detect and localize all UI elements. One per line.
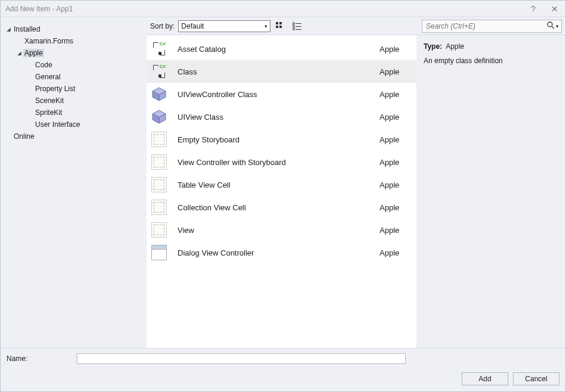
svg-rect-3 — [279, 26, 282, 28]
template-name: UIViewController Class — [178, 90, 380, 99]
class-cube-icon — [150, 85, 168, 103]
storyboard-frame-icon — [150, 221, 168, 239]
search-box[interactable]: ▾ — [422, 20, 562, 33]
template-row[interactable]: Empty StoryboardApple — [147, 128, 416, 151]
window-controls: ? ✕ — [527, 4, 561, 14]
template-row[interactable]: UIView ClassApple — [147, 105, 416, 128]
search-input[interactable] — [425, 21, 546, 31]
details-panel: Type: Apple An empty class definition — [416, 35, 565, 348]
toolbar: Sort by: Default ▾ ▾ — [147, 17, 565, 35]
add-new-item-dialog: Add New Item - App1 ? ✕ ◢InstalledXamari… — [0, 0, 566, 392]
tree-node-property-list[interactable]: Property List — [27, 83, 144, 95]
titlebar: Add New Item - App1 ? ✕ — [1, 1, 565, 17]
help-button[interactable]: ? — [527, 4, 539, 14]
template-row[interactable]: Table View CellApple — [147, 173, 416, 196]
svg-point-10 — [548, 22, 552, 27]
details-type-value: Apple — [446, 42, 464, 51]
tree-node-label: SpriteKit — [34, 108, 63, 117]
tree-node-xamarin-forms[interactable]: Xamarin.Forms — [16, 35, 144, 47]
template-category: Apple — [380, 113, 409, 122]
template-row[interactable]: UIViewController ClassApple — [147, 83, 416, 105]
class-cube-icon — [150, 108, 168, 126]
template-name: UIView Class — [178, 113, 380, 122]
tree-node-label: Xamarin.Forms — [23, 37, 74, 45]
details-description: An empty class definition — [424, 57, 558, 65]
dialog-body: ◢InstalledXamarin.Forms◢AppleCodeGeneral… — [1, 17, 565, 348]
template-list: C#Asset CatalogAppleC#ClassAppleUIViewCo… — [147, 35, 416, 348]
name-input[interactable] — [77, 353, 406, 364]
template-category: Apple — [380, 67, 409, 76]
svg-rect-6 — [293, 26, 294, 27]
tree-node-online[interactable]: Online — [5, 130, 144, 142]
svg-rect-0 — [276, 22, 278, 24]
storyboard-frame-icon — [150, 130, 168, 148]
template-row[interactable]: Dialog View ControllerApple — [147, 241, 416, 264]
tree-node-label: Installed — [13, 25, 42, 33]
tree-node-code[interactable]: Code — [27, 59, 144, 71]
details-type-line: Type: Apple — [424, 42, 558, 51]
details-type-label: Type: — [424, 42, 442, 51]
search-icon[interactable] — [546, 21, 555, 31]
storyboard-frame-icon — [150, 153, 168, 171]
category-tree: ◢InstalledXamarin.Forms◢AppleCodeGeneral… — [1, 17, 147, 348]
tree-node-label: Property List — [34, 85, 76, 93]
window-title: Add New Item - App1 — [5, 5, 527, 13]
tree-node-label: User Interface — [34, 120, 81, 129]
template-row[interactable]: Collection View CellApple — [147, 196, 416, 219]
name-label: Name: — [7, 354, 72, 363]
svg-rect-4 — [293, 23, 294, 24]
svg-line-11 — [552, 26, 554, 29]
tree-node-label: Code — [34, 61, 54, 69]
tree-node-user-interface[interactable]: User Interface — [27, 119, 144, 130]
tree-node-label: SceneKit — [34, 97, 65, 105]
tree-node-apple[interactable]: ◢Apple — [16, 47, 144, 59]
sort-by-dropdown[interactable]: Default ▾ — [178, 20, 270, 32]
csharp-class-icon: C# — [150, 40, 168, 58]
tree-node-general[interactable]: General — [27, 71, 144, 83]
view-icons-button[interactable] — [274, 20, 287, 32]
template-row[interactable]: C#ClassApple — [147, 60, 416, 83]
template-category: Apple — [380, 181, 409, 189]
name-row: Name: — [7, 353, 559, 364]
add-button[interactable]: Add — [462, 372, 508, 385]
sort-by-label: Sort by: — [150, 22, 175, 30]
view-list-button[interactable] — [291, 20, 304, 32]
tree-node-spritekit[interactable]: SpriteKit — [27, 107, 144, 119]
template-category: Apple — [380, 203, 409, 212]
template-category: Apple — [380, 226, 409, 235]
tree-node-label: Online — [13, 132, 36, 141]
tree-twisty-icon[interactable]: ◢ — [7, 26, 13, 32]
svg-rect-2 — [276, 26, 278, 28]
search-chevron-down-icon[interactable]: ▾ — [556, 23, 559, 29]
button-row: Add Cancel — [7, 372, 559, 385]
tree-node-label: Apple — [23, 49, 44, 57]
template-name: Asset Catalog — [178, 45, 380, 54]
tree-node-label: General — [34, 73, 62, 81]
template-row[interactable]: ViewApple — [147, 219, 416, 241]
cancel-button[interactable]: Cancel — [513, 372, 559, 385]
tree-node-installed[interactable]: ◢Installed — [5, 23, 144, 35]
template-name: Class — [178, 67, 380, 76]
tree-node-scenekit[interactable]: SceneKit — [27, 95, 144, 107]
template-row[interactable]: View Controller with StoryboardApple — [147, 151, 416, 173]
footer: Name: Add Cancel — [1, 348, 565, 391]
template-name: Collection View Cell — [178, 203, 380, 212]
storyboard-frame-icon — [150, 176, 168, 194]
template-category: Apple — [380, 158, 409, 167]
template-name: Empty Storyboard — [178, 135, 380, 144]
close-button[interactable]: ✕ — [549, 4, 561, 14]
template-name: Table View Cell — [178, 181, 380, 189]
template-category: Apple — [380, 45, 409, 54]
template-category: Apple — [380, 248, 409, 257]
chevron-down-icon: ▾ — [265, 23, 268, 29]
storyboard-frame-icon — [150, 198, 168, 216]
template-row[interactable]: C#Asset CatalogApple — [147, 38, 416, 60]
list-area: C#Asset CatalogAppleC#ClassAppleUIViewCo… — [147, 35, 565, 348]
svg-rect-8 — [293, 29, 294, 30]
main-panel: Sort by: Default ▾ ▾ — [147, 17, 565, 348]
template-name: Dialog View Controller — [178, 248, 380, 257]
sort-by-value: Default — [181, 22, 204, 30]
template-name: View — [178, 226, 380, 235]
dialog-window-icon — [150, 244, 168, 262]
tree-twisty-icon[interactable]: ◢ — [17, 50, 23, 56]
